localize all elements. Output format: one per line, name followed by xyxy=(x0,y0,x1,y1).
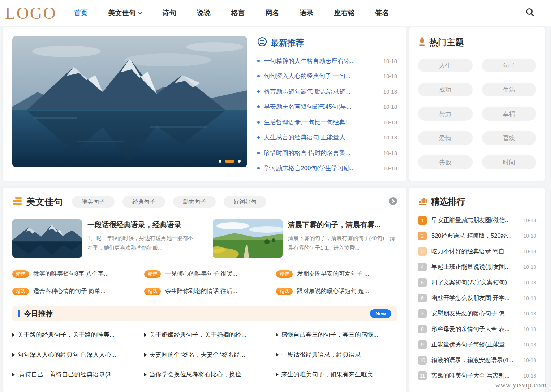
latest-list-item[interactable]: 珍惜时间的格言 惜时的名言警... 10-18 xyxy=(257,145,397,161)
today-link-text[interactable]: ,善待自己，善待自己的经典语录(3... xyxy=(17,370,116,379)
new-badge[interactable]: New xyxy=(370,309,391,318)
today-link[interactable]: 感慨自己奔三的句子，奔三的感慨... xyxy=(276,331,397,339)
today-link-text[interactable]: 感慨自己奔三的句子，奔三的感慨... xyxy=(281,331,378,339)
topic-tag[interactable]: 幸福 xyxy=(482,107,537,121)
nav-item[interactable]: 座右铭 xyxy=(334,8,355,18)
today-link[interactable]: 来生的唯美句子，如果有来生唯美... xyxy=(276,370,397,379)
featured-link[interactable]: 精选 发朋友圈早安的可爱句子 ... xyxy=(276,270,397,278)
topic-tag[interactable]: 生活 xyxy=(482,83,537,96)
carousel-dot[interactable] xyxy=(219,160,221,163)
ranking-list-item[interactable]: 7 安慰朋友失恋的暖心句子 怎... 10-18 xyxy=(418,306,536,321)
featured-link[interactable]: 精选 适合各种心情的句子 简单... xyxy=(12,287,133,295)
ranking-list-item[interactable]: 6 幽默开学怎么发朋友圈 开学... 10-18 xyxy=(418,290,536,306)
featured-link-text[interactable]: 适合各种心情的句子 简单... xyxy=(33,287,106,295)
latest-item-title[interactable]: 句句深入人心的经典句子 一句... xyxy=(264,72,377,80)
today-link[interactable]: ,善待自己，善待自己的经典语录(3... xyxy=(12,370,133,379)
latest-item-title[interactable]: 格言励志短句霸气 励志语录短... xyxy=(264,87,377,96)
topic-tag[interactable]: 喜欢 xyxy=(482,131,537,145)
featured-link-text[interactable]: 微笑的唯美短句8字 八个字... xyxy=(33,270,109,278)
ranking-list-item[interactable]: 8 形容母爱的亲情句子大全 表... 10-18 xyxy=(418,321,536,337)
ranking-list-item[interactable]: 5 四字文案短句(八字文案短句)... 10-18 xyxy=(418,275,536,290)
hero-carousel[interactable] xyxy=(12,36,247,167)
topic-tag[interactable]: 努力 xyxy=(418,107,473,121)
today-link[interactable]: 当你学会换位思考将心比心，换位... xyxy=(144,370,265,379)
today-link-text[interactable]: 句句深入人心的经典句子,深入人心... xyxy=(17,350,116,359)
article-title[interactable]: 清晨下雾的句子，清晨有雾... xyxy=(288,220,397,230)
carousel-dot[interactable] xyxy=(225,160,234,163)
site-logo[interactable]: LOGO xyxy=(5,5,57,22)
topic-tag[interactable]: 人生 xyxy=(418,59,473,72)
rank-item-title[interactable]: 离殇的唯美句子大全 写离别... xyxy=(431,372,518,380)
nav-item[interactable]: 网名 xyxy=(266,8,279,18)
nav-item[interactable]: 格言 xyxy=(231,8,245,18)
latest-list-item[interactable]: 生活哲理语录,一句比一句经典! 10-18 xyxy=(257,115,397,130)
today-link-text[interactable]: 关于路的经典句子，关于路的唯美... xyxy=(17,331,115,339)
rank-item-title[interactable]: 早起上班正能量说说(朋友圈... xyxy=(431,263,518,271)
rank-item-title[interactable]: 输液的语录，输液安慰语录(4... xyxy=(431,356,518,364)
ranking-list-item[interactable]: 9 正能量优秀句子简短(正能量... 10-18 xyxy=(418,337,536,352)
topic-tag[interactable]: 失败 xyxy=(418,155,473,169)
latest-list-item[interactable]: 早安励志名言短句霸气45句(早... 10-18 xyxy=(257,99,397,115)
carousel-dot[interactable] xyxy=(238,160,241,163)
essay-tab[interactable]: 好词好句 xyxy=(224,196,266,208)
topic-tag[interactable]: 时间 xyxy=(482,155,537,169)
today-link-text[interactable]: 当你学会换位思考将心比心，换位... xyxy=(149,370,246,379)
today-link-text[interactable]: 一段话很经典语录，经典语录 xyxy=(281,350,361,359)
latest-item-title[interactable]: 早安励志名言短句霸气45句(早... xyxy=(264,103,377,111)
latest-item-title[interactable]: 一句精辟的人生格言励志座右铭... xyxy=(264,57,377,65)
rank-item-title[interactable]: 幽默开学怎么发朋友圈 开学... xyxy=(431,294,518,302)
ranking-list-item[interactable]: 4 早起上班正能量说说(朋友圈... 10-18 xyxy=(418,259,536,275)
latest-item-title[interactable]: 珍惜时间的格言 惜时的名言警... xyxy=(264,149,377,157)
ranking-list-item[interactable]: 3 吃力不讨好的经典语录 骂自... 10-18 xyxy=(418,244,536,259)
today-link-text[interactable]: 夫妻间的个*签名，夫妻个*签名经... xyxy=(149,350,245,359)
search-button[interactable] xyxy=(525,7,535,19)
essay-tab[interactable]: 励志句子 xyxy=(173,196,216,208)
latest-list-item[interactable]: 一句精辟的人生格言励志座右铭... 10-18 xyxy=(257,53,397,69)
featured-link[interactable]: 精选 一见倾心的唯美句子 很暖... xyxy=(144,270,265,278)
nav-item[interactable]: 说说 xyxy=(197,8,211,18)
article-card[interactable]: 清晨下雾的句子，清晨有雾... 清晨下雾的句子，清晨有雾的句子(40句)，清晨有… xyxy=(213,219,397,258)
ranking-list-item[interactable]: 1 早安正能量励志朋友圈(微信... 10-18 xyxy=(418,212,536,228)
rank-item-title[interactable]: 吃力不讨好的经典语录 骂自... xyxy=(431,247,518,255)
nav-item[interactable]: 诗句 xyxy=(163,8,176,18)
article-card[interactable]: 一段话很经典语录，经典语录 1、呢，年轻的时候，身边有暖男她一般都不在乎，她们更… xyxy=(12,219,197,258)
featured-link-text[interactable]: 跟对象说的暖心话短句 超... xyxy=(297,287,369,295)
featured-link[interactable]: 精选 余生陪你到老的情话 往后... xyxy=(144,287,265,295)
topic-tag[interactable]: 句子 xyxy=(482,59,537,72)
latest-list-item[interactable]: 格言励志短句霸气 励志语录短... 10-18 xyxy=(257,84,397,99)
featured-link-text[interactable]: 一见倾心的唯美句子 很暖... xyxy=(165,270,237,278)
ranking-list-item[interactable]: 2 520经典语录 精简版，520经... 10-18 xyxy=(418,228,536,244)
latest-list-item[interactable]: 学习励志格言200句(学生学习励... 10-18 xyxy=(257,161,397,176)
essay-tab[interactable]: 唯美句子 xyxy=(72,196,115,208)
today-link[interactable]: 句句深入人心的经典句子,深入人心... xyxy=(12,350,133,359)
today-link-text[interactable]: 来生的唯美句子，如果有来生唯美... xyxy=(281,370,378,379)
today-link[interactable]: 关于路的经典句子，关于路的唯美... xyxy=(12,331,133,339)
today-link[interactable]: 一段话很经典语录，经典语录 xyxy=(276,350,397,359)
rank-item-title[interactable]: 早安正能量励志朋友圈(微信... xyxy=(431,216,518,224)
more-button[interactable] xyxy=(389,197,397,207)
today-link[interactable]: 关于婚姻经典句子，关于婚姻的经... xyxy=(144,331,265,339)
featured-link-text[interactable]: 发朋友圈早安的可爱句子 ... xyxy=(297,270,369,278)
latest-item-title[interactable]: 学习励志格言200句(学生学习励... xyxy=(264,164,377,172)
essay-tab[interactable]: 经典句子 xyxy=(122,196,165,208)
today-link-text[interactable]: 关于婚姻经典句子，关于婚姻的经... xyxy=(149,331,246,339)
rank-item-title[interactable]: 四字文案短句(八字文案短句)... xyxy=(431,279,518,287)
article-title[interactable]: 一段话很经典语录，经典语录 xyxy=(87,220,197,230)
latest-list-item[interactable]: 句句深入人心的经典句子 一句... 10-18 xyxy=(257,69,397,84)
featured-link-text[interactable]: 余生陪你到老的情话 往后... xyxy=(165,287,237,295)
topic-tag[interactable]: 成功 xyxy=(418,83,473,96)
latest-list-item[interactable]: 人生感言的经典语句 正能量人... 10-18 xyxy=(257,130,397,146)
today-link[interactable]: 夫妻间的个*签名，夫妻个*签名经... xyxy=(144,350,265,359)
rank-item-title[interactable]: 形容母爱的亲情句子大全 表... xyxy=(431,325,518,333)
rank-item-title[interactable]: 安慰朋友失恋的暖心句子 怎... xyxy=(431,310,518,318)
rank-item-title[interactable]: 正能量优秀句子简短(正能量... xyxy=(431,341,518,349)
nav-item[interactable]: 首页 xyxy=(74,8,88,18)
latest-item-title[interactable]: 生活哲理语录,一句比一句经典! xyxy=(264,118,377,126)
nav-item[interactable]: 语录 xyxy=(300,8,314,18)
nav-item[interactable]: 美文佳句 xyxy=(108,8,142,18)
rank-item-title[interactable]: 520经典语录 精简版，520经... xyxy=(431,232,518,240)
nav-item[interactable]: 签名 xyxy=(375,8,389,18)
topic-tag[interactable]: 爱情 xyxy=(418,131,473,145)
ranking-list-item[interactable]: 10 输液的语录，输液安慰语录(4... 10-18 xyxy=(418,352,536,368)
featured-link[interactable]: 精选 微笑的唯美短句8字 八个字... xyxy=(12,270,133,278)
